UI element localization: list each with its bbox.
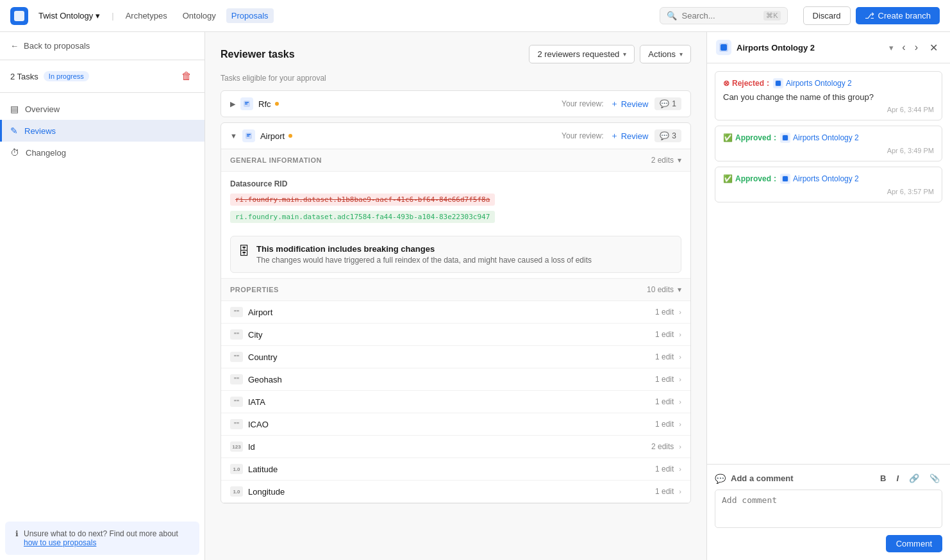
property-type-float-icon-lat: 1.0 bbox=[230, 464, 243, 474]
overview-label: Overview bbox=[25, 104, 60, 114]
task-row-rfc[interactable]: ▶ Rfc Your review: ＋ Review 💬 bbox=[221, 91, 690, 117]
comment-text-0: Can you change the name of this group? bbox=[723, 92, 934, 102]
svg-rect-1 bbox=[245, 102, 249, 103]
nav-right-actions: Discard ⎇ Create branch bbox=[803, 6, 940, 25]
property-row-city[interactable]: "" City 1 edit › bbox=[221, 324, 690, 346]
svg-rect-11 bbox=[783, 135, 788, 140]
general-info-chevron-icon: ▾ bbox=[678, 156, 681, 165]
overview-icon: ▤ bbox=[10, 104, 19, 114]
comment-tag-0: Airports Ontology 2 bbox=[773, 78, 852, 88]
svg-rect-4 bbox=[247, 134, 251, 135]
discard-button[interactable]: Discard bbox=[803, 6, 851, 25]
workspace-selector[interactable]: Twist Ontology ▾ bbox=[33, 8, 105, 23]
right-panel-prev-button[interactable]: ‹ bbox=[899, 40, 908, 54]
comment-input[interactable] bbox=[715, 490, 942, 528]
property-row-id[interactable]: 123 Id 2 edits › bbox=[221, 436, 690, 458]
comment-toolbar: B I 🔗 📎 bbox=[878, 472, 942, 484]
create-branch-button[interactable]: ⎇ Create branch bbox=[856, 7, 940, 24]
general-info-section-header: GENERAL INFORMATION 2 edits ▾ bbox=[221, 149, 690, 172]
comment-icon: 💬 bbox=[660, 99, 669, 108]
property-row-icao[interactable]: "" ICAO 1 edit › bbox=[221, 413, 690, 436]
actions-button[interactable]: Actions ▾ bbox=[640, 45, 691, 63]
properties-section-header: PROPERTIES 10 edits ▾ bbox=[221, 279, 690, 301]
changelog-label: Changelog bbox=[26, 148, 66, 158]
property-row-longitude[interactable]: 1.0 Longitude 1 edit › bbox=[221, 481, 690, 503]
search-input[interactable] bbox=[682, 11, 759, 21]
comment-icon-airport: 💬 bbox=[660, 131, 669, 140]
reviewers-requested-button[interactable]: 2 reviewers requested ▾ bbox=[529, 45, 635, 63]
help-link[interactable]: how to use proposals bbox=[24, 538, 96, 547]
sidebar-status: 2 Tasks In progress 🗑 bbox=[0, 60, 204, 93]
general-info-edits: 2 edits ▾ bbox=[651, 156, 681, 165]
property-edits-airport: 1 edit bbox=[655, 308, 674, 317]
sidebar-item-changelog[interactable]: ⏱ Changelog bbox=[0, 142, 204, 163]
delete-button[interactable]: 🗑 bbox=[179, 68, 194, 85]
airport-review-button[interactable]: ＋ Review bbox=[610, 130, 649, 142]
search-bar[interactable]: 🔍 ⌘K bbox=[660, 7, 788, 24]
add-comment-area: 💬 Add a comment B I 🔗 📎 Comment bbox=[707, 464, 950, 560]
right-panel-close-button[interactable]: ✕ bbox=[926, 40, 941, 55]
right-panel-body: ⊗ Rejected: Airports Ontology 2 Can you … bbox=[707, 63, 950, 464]
actions-chevron-icon: ▾ bbox=[679, 51, 683, 58]
breaking-change-desc: The changes would have triggered a full … bbox=[256, 256, 592, 265]
airport-status-dot bbox=[288, 134, 292, 138]
comment-card-rejected: ⊗ Rejected: Airports Ontology 2 Can you … bbox=[715, 71, 942, 120]
right-panel-nav: ‹ › bbox=[899, 40, 921, 54]
right-panel-next-button[interactable]: › bbox=[912, 40, 921, 54]
property-row-airport[interactable]: "" Airport 1 edit › bbox=[221, 301, 690, 324]
bold-button[interactable]: B bbox=[878, 472, 888, 484]
approved-icon-2: ✅ bbox=[723, 174, 733, 183]
right-panel-title: Airports Ontology 2 bbox=[737, 43, 884, 53]
property-type-string-icon-iata: "" bbox=[230, 397, 243, 407]
comment-list: ⊗ Rejected: Airports Ontology 2 Can you … bbox=[707, 63, 950, 210]
property-name-city: City bbox=[248, 330, 655, 340]
right-panel-dropdown-icon[interactable]: ▾ bbox=[889, 43, 894, 53]
status-rejected-label: ⊗ Rejected: bbox=[723, 79, 769, 88]
property-name-latitude: Latitude bbox=[248, 465, 655, 474]
app-logo[interactable] bbox=[10, 7, 28, 25]
property-row-geohash[interactable]: "" Geohash 1 edit › bbox=[221, 368, 690, 391]
sidebar-item-reviews[interactable]: ✎ Reviews bbox=[0, 120, 204, 142]
rfc-review-button[interactable]: ＋ Review bbox=[610, 98, 649, 110]
reviewer-header: Reviewer tasks 2 reviewers requested ▾ A… bbox=[221, 45, 691, 63]
comment-time-2: Apr 6, 3:57 PM bbox=[723, 188, 934, 195]
nav-proposals[interactable]: Proposals bbox=[226, 8, 274, 23]
rejected-icon: ⊗ bbox=[723, 79, 729, 88]
rfc-task-name: Rfc bbox=[258, 99, 271, 109]
add-comment-label: Add a comment bbox=[731, 474, 872, 483]
airport-expand-icon[interactable]: ▼ bbox=[230, 132, 237, 140]
attachment-button[interactable]: 📎 bbox=[927, 472, 942, 484]
property-chevron-icao: › bbox=[679, 420, 681, 428]
back-to-proposals[interactable]: ← Back to proposals bbox=[0, 32, 204, 60]
database-icon: 🗄 bbox=[238, 245, 250, 265]
changelog-icon: ⏱ bbox=[10, 147, 19, 158]
nav-ontology[interactable]: Ontology bbox=[178, 8, 221, 23]
property-row-latitude[interactable]: 1.0 Latitude 1 edit › bbox=[221, 458, 690, 481]
svg-rect-2 bbox=[245, 104, 247, 105]
rfc-comments-button[interactable]: 💬 1 bbox=[654, 97, 681, 110]
properties-edits: 10 edits ▾ bbox=[647, 285, 681, 294]
property-type-string-icon-icao: "" bbox=[230, 419, 243, 429]
breaking-change-title: This modification includes breaking chan… bbox=[256, 244, 592, 254]
nav-archetypes[interactable]: Archetypes bbox=[121, 8, 172, 23]
property-chevron-airport: › bbox=[679, 308, 681, 316]
rfc-expand-icon[interactable]: ▶ bbox=[230, 100, 235, 108]
tasks-count: 2 Tasks bbox=[10, 72, 38, 81]
link-button[interactable]: 🔗 bbox=[906, 472, 922, 484]
airport-comments-button[interactable]: 💬 3 bbox=[654, 129, 681, 142]
task-row-airport[interactable]: ▼ Airport Your review: ＋ Review 💬 bbox=[221, 123, 690, 149]
sidebar-item-overview[interactable]: ▤ Overview bbox=[0, 98, 204, 120]
comment-submit-button[interactable]: Comment bbox=[886, 535, 942, 552]
reviewers-chevron-icon: ▾ bbox=[623, 51, 626, 58]
property-row-iata[interactable]: "" IATA 1 edit › bbox=[221, 391, 690, 413]
status-approved-label-1: ✅ Approved: bbox=[723, 133, 776, 142]
tag-icon-0 bbox=[773, 78, 783, 88]
rid-old-value: ri.foundry.main.dataset.b1b8bae9-aacf-41… bbox=[230, 194, 495, 206]
comment-tag-2: Airports Ontology 2 bbox=[780, 174, 859, 184]
property-row-country[interactable]: "" Country 1 edit › bbox=[221, 346, 690, 368]
general-info-label: GENERAL INFORMATION bbox=[230, 156, 322, 164]
italic-button[interactable]: I bbox=[894, 472, 901, 484]
comment-tag-name-2: Airports Ontology 2 bbox=[793, 174, 859, 183]
property-type-string-icon-city: "" bbox=[230, 329, 243, 340]
status-badge: In progress bbox=[44, 71, 89, 81]
